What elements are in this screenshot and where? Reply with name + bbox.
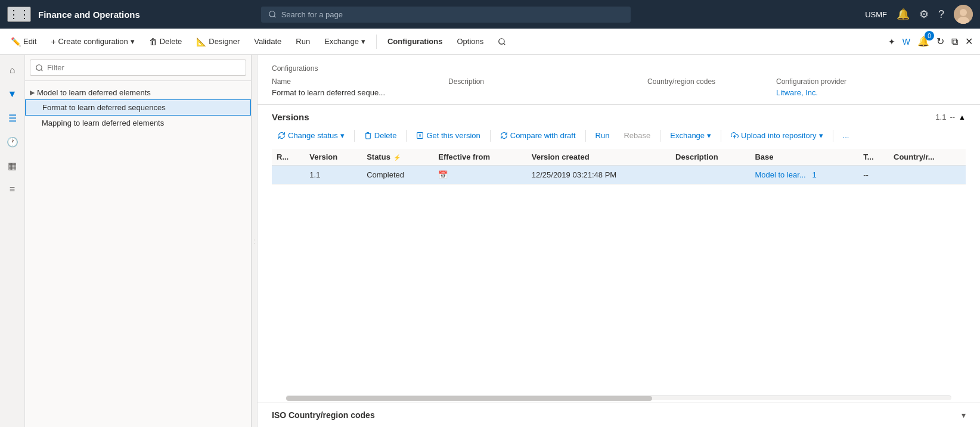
cell-effective-from: 📅: [433, 166, 526, 185]
edit-icon: ✏️: [11, 37, 21, 46]
search-input[interactable]: [281, 10, 624, 19]
configurations-columns: Name Format to learn deferred seque... D…: [272, 77, 966, 97]
base-link-number[interactable]: 1: [812, 170, 817, 179]
help-icon[interactable]: ?: [938, 8, 944, 21]
refresh-icon[interactable]: ↻: [934, 33, 947, 49]
compare-with-draft-button[interactable]: Compare with draft: [494, 128, 582, 143]
search-command-icon[interactable]: [492, 34, 512, 49]
cell-t: --: [858, 166, 889, 185]
cell-version-created: 12/25/2019 03:21:48 PM: [527, 166, 671, 185]
versions-exchange-button[interactable]: Exchange ▾: [664, 128, 717, 143]
more-options-button[interactable]: ...: [837, 128, 855, 143]
scroll-thumb[interactable]: [286, 396, 652, 401]
versions-header: Versions 1.1 -- ▲: [272, 112, 966, 122]
config-col-country: Country/region codes: [647, 77, 767, 97]
tree-panel: ▶ Model to learn deferred elements Forma…: [25, 55, 252, 427]
configurations-button[interactable]: Configurations: [382, 33, 448, 49]
tree-parent-label: Model to learn deferred elements: [37, 88, 151, 97]
create-configuration-button[interactable]: + Create configuration ▾: [45, 33, 140, 50]
options-button[interactable]: Options: [451, 33, 489, 49]
versions-collapse-icon[interactable]: ▲: [959, 113, 966, 121]
sidebar-filter-icon[interactable]: ▼: [2, 83, 23, 105]
cell-version: 1.1: [305, 166, 362, 185]
versions-section: Versions 1.1 -- ▲ Change status ▾: [258, 105, 980, 393]
sidebar-bulletlist-icon[interactable]: ≡: [2, 179, 23, 200]
app-grid-icon[interactable]: ⋮⋮: [7, 7, 31, 22]
iso-section: ISO Country/region codes ▾: [258, 403, 980, 427]
notification-icon[interactable]: 🔔: [897, 8, 910, 21]
col-header-version-created: Version created: [527, 149, 671, 166]
versions-meta: 1.1 -- ▲: [935, 113, 966, 121]
upload-into-repository-button[interactable]: Upload into repository ▾: [725, 128, 829, 143]
vtb-sep-2: [406, 130, 407, 142]
tree-child-format[interactable]: Format to learn deferred sequences: [25, 99, 251, 116]
svg-point-4: [499, 38, 504, 43]
status-filter-icon[interactable]: ⚡: [393, 154, 401, 161]
sidebar-clock-icon[interactable]: 🕐: [2, 131, 23, 152]
avatar-image: [954, 5, 973, 24]
avatar[interactable]: [954, 5, 973, 24]
cell-r: [272, 166, 305, 185]
versions-separator: --: [950, 113, 955, 121]
col-header-description: Description: [671, 149, 750, 166]
sidebar-grid-icon[interactable]: ▦: [2, 155, 23, 176]
validate-button[interactable]: Validate: [248, 33, 287, 49]
sidebar-list-active-icon[interactable]: ☰: [2, 107, 23, 129]
create-dropdown-icon: ▾: [131, 37, 135, 46]
command-bar-right: ✦ W 🔔 0 ↻ ⧉ ✕: [886, 33, 975, 49]
change-status-icon: [278, 132, 286, 139]
vtb-sep-6: [721, 130, 721, 142]
versions-run-button[interactable]: Run: [590, 128, 616, 143]
config-name-header: Name: [272, 77, 439, 86]
config-col-name: Name Format to learn deferred seque...: [272, 77, 439, 97]
config-name-value: Format to learn deferred seque...: [272, 88, 439, 97]
base-link[interactable]: Model to lear...: [755, 170, 805, 179]
col-header-version: Version: [305, 149, 362, 166]
tree-child-mapping[interactable]: Mapping to learn deferred elements: [25, 116, 251, 130]
exchange-button[interactable]: Exchange ▾: [318, 33, 371, 49]
upload-icon: [731, 132, 739, 139]
tree-filter-input[interactable]: [30, 60, 246, 76]
config-provider-header: Configuration provider: [776, 77, 966, 86]
sidebar-home-icon[interactable]: ⌂: [2, 60, 23, 81]
calendar-icon[interactable]: 📅: [438, 170, 448, 179]
notification-cmd-icon[interactable]: 🔔 0: [915, 33, 932, 49]
office-icon[interactable]: W: [900, 35, 913, 49]
versions-delete-button[interactable]: Delete: [358, 128, 403, 143]
configurations-header: Configurations Name Format to learn defe…: [258, 55, 980, 105]
change-status-button[interactable]: Change status ▾: [272, 128, 351, 143]
tree-arrow-icon: ▶: [30, 89, 35, 96]
top-nav-right: USMF 🔔 ⚙ ?: [865, 5, 973, 24]
edit-button[interactable]: ✏️ Edit: [5, 33, 42, 50]
settings-icon[interactable]: ⚙: [919, 8, 929, 21]
config-country-header: Country/region codes: [647, 77, 767, 86]
user-label: USMF: [865, 10, 887, 19]
col-header-t: T...: [858, 149, 889, 166]
tree-child-format-label: Format to learn deferred sequences: [42, 103, 166, 112]
table-row[interactable]: 1.1 Completed 📅 12/25/2019 03:21:48 PM M…: [272, 166, 966, 185]
config-desc-header: Description: [448, 77, 638, 86]
versions-number: 1.1: [935, 113, 946, 121]
config-col-description: Description: [448, 77, 638, 97]
col-header-status: Status ⚡: [362, 149, 433, 166]
close-icon[interactable]: ✕: [963, 33, 975, 49]
run-button[interactable]: Run: [290, 33, 316, 49]
designer-icon: 📐: [196, 37, 206, 46]
svg-point-2: [960, 9, 967, 16]
compare-icon: [500, 132, 508, 139]
sparkle-icon[interactable]: ✦: [886, 35, 898, 49]
window-restore-icon[interactable]: ⧉: [949, 34, 960, 49]
delete-button[interactable]: 🗑 Delete: [143, 33, 188, 50]
designer-button[interactable]: 📐 Designer: [190, 33, 246, 50]
versions-table: R... Version Status ⚡ Effective from Ver…: [272, 149, 966, 185]
collapse-handle[interactable]: ⋮: [252, 55, 258, 427]
horizontal-scrollbar[interactable]: [286, 395, 951, 400]
config-col-provider: Configuration provider Litware, Inc.: [776, 77, 966, 97]
config-provider-value[interactable]: Litware, Inc.: [776, 88, 818, 97]
iso-collapse-icon[interactable]: ▾: [962, 410, 966, 420]
tree-parent-node[interactable]: ▶ Model to learn deferred elements: [25, 86, 251, 99]
tree-filter-area: [25, 55, 251, 81]
get-this-version-button[interactable]: Get this version: [410, 128, 486, 143]
search-bar[interactable]: [261, 7, 631, 23]
vtb-sep-5: [660, 130, 660, 142]
